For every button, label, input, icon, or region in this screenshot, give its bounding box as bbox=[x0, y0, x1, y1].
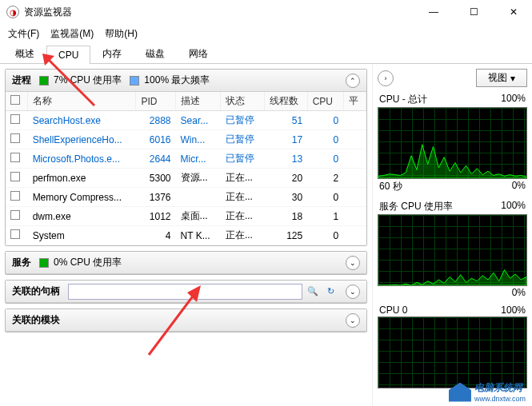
row-checkbox[interactable] bbox=[10, 153, 20, 162]
table-row[interactable]: Memory Compress...1376 正在...300 bbox=[6, 188, 366, 207]
handles-panel: 关联的句柄 🔍 ↻ ⌄ bbox=[5, 280, 367, 304]
services-title: 服务 bbox=[12, 256, 31, 269]
processes-panel: 进程 7% CPU 使用率 100% 最大频率 ⌃ 名称 PID 描述 状态 线… bbox=[5, 69, 367, 246]
minimize-button[interactable]: — bbox=[422, 6, 446, 18]
table-row[interactable]: ShellExperienceHo...6016Win... 已暂停170 bbox=[6, 130, 366, 149]
graph-block: 服务 CPU 使用率100% 0% bbox=[378, 199, 527, 299]
chevron-down-icon: ▾ bbox=[510, 73, 515, 84]
handles-search-input[interactable] bbox=[68, 284, 302, 300]
table-row[interactable]: Microsoft.Photos.e...2644Micr... 已暂停130 bbox=[6, 149, 366, 169]
handles-title: 关联的句柄 bbox=[12, 285, 60, 298]
graph-canvas bbox=[378, 316, 527, 388]
menu-monitor[interactable]: 监视器(M) bbox=[46, 26, 98, 42]
expand-modules-button[interactable]: ⌄ bbox=[346, 313, 360, 328]
graph-block: CPU - 总计100% 60 秒0% bbox=[378, 92, 527, 194]
processes-title: 进程 bbox=[12, 74, 31, 87]
window-title: 资源监视器 bbox=[24, 6, 422, 19]
modules-title: 关联的模块 bbox=[12, 313, 60, 327]
search-icon[interactable]: 🔍 bbox=[306, 285, 320, 299]
graph-block: CPU 0100% bbox=[378, 304, 527, 390]
graph-footer-left: 60 秒 bbox=[379, 180, 402, 193]
watermark-icon bbox=[449, 383, 471, 402]
modules-panel: 关联的模块 ⌄ bbox=[5, 308, 367, 332]
col-desc[interactable]: 描述 bbox=[176, 92, 221, 111]
row-checkbox[interactable] bbox=[10, 210, 20, 220]
table-row[interactable]: dwm.exe1012桌面... 正在...181 bbox=[6, 207, 366, 226]
tab-memory[interactable]: 内存 bbox=[90, 43, 134, 64]
refresh-icon[interactable]: ↻ bbox=[323, 285, 338, 299]
graph-title: CPU 0 bbox=[379, 304, 407, 316]
table-row[interactable]: SearchHost.exe2888Sear... 已暂停510 bbox=[6, 111, 366, 130]
nav-right-button[interactable]: › bbox=[378, 70, 394, 86]
col-avg[interactable]: 平 bbox=[343, 92, 366, 111]
cpu-usage-label: 7% CPU 使用率 bbox=[54, 74, 122, 87]
app-icon: ◑ bbox=[6, 6, 19, 18]
graph-footer-right: 0% bbox=[512, 180, 526, 193]
menubar: 文件(F) 监视器(M) 帮助(H) bbox=[0, 24, 532, 43]
services-swatch bbox=[39, 258, 49, 268]
graph-canvas bbox=[378, 214, 527, 286]
tab-network[interactable]: 网络 bbox=[177, 43, 220, 64]
col-pid[interactable]: PID bbox=[136, 92, 176, 111]
row-checkbox[interactable] bbox=[10, 191, 20, 201]
col-threads[interactable]: 线程数 bbox=[264, 92, 307, 111]
expand-services-button[interactable]: ⌄ bbox=[346, 256, 360, 270]
cpu-usage-swatch bbox=[39, 76, 49, 86]
collapse-processes-button[interactable]: ⌃ bbox=[346, 74, 360, 88]
table-row[interactable]: System4NT K... 正在...1250 bbox=[6, 226, 366, 245]
maximize-button[interactable]: ☐ bbox=[462, 6, 486, 18]
titlebar: ◑ 资源监视器 — ☐ ✕ bbox=[0, 0, 532, 24]
graph-title: CPU - 总计 bbox=[379, 93, 427, 106]
services-panel: 服务 0% CPU 使用率 ⌄ bbox=[5, 251, 367, 275]
processes-table: 名称 PID 描述 状态 线程数 CPU 平 SearchHost.exe288… bbox=[6, 92, 366, 245]
services-stat: 0% CPU 使用率 bbox=[54, 256, 122, 269]
max-freq-label: 100% 最大频率 bbox=[144, 74, 210, 87]
view-dropdown[interactable]: 视图▾ bbox=[476, 69, 527, 87]
tab-overview[interactable]: 概述 bbox=[3, 43, 46, 64]
graph-footer-right: 0% bbox=[512, 287, 526, 298]
watermark: 电脑系统网www.dnxtw.com bbox=[449, 381, 526, 403]
row-checkbox[interactable] bbox=[10, 114, 20, 124]
row-checkbox[interactable] bbox=[10, 229, 20, 239]
graph-max: 100% bbox=[501, 304, 526, 316]
tab-bar: 概述 CPU 内存 磁盘 网络 bbox=[0, 43, 532, 64]
col-cpu[interactable]: CPU bbox=[307, 92, 343, 111]
graph-max: 100% bbox=[501, 93, 526, 106]
col-check[interactable] bbox=[6, 92, 28, 111]
max-freq-swatch bbox=[130, 76, 139, 86]
graph-title: 服务 CPU 使用率 bbox=[379, 200, 453, 213]
row-checkbox[interactable] bbox=[10, 172, 20, 181]
row-checkbox[interactable] bbox=[10, 133, 20, 143]
col-name[interactable]: 名称 bbox=[28, 92, 136, 111]
graph-max: 100% bbox=[501, 200, 526, 213]
graph-canvas bbox=[378, 107, 527, 179]
close-button[interactable]: ✕ bbox=[502, 6, 526, 18]
table-row[interactable]: perfmon.exe5300资源... 正在...202 bbox=[6, 169, 366, 188]
col-status[interactable]: 状态 bbox=[221, 92, 264, 111]
expand-handles-button[interactable]: ⌄ bbox=[346, 285, 360, 299]
menu-help[interactable]: 帮助(H) bbox=[100, 26, 142, 42]
tab-cpu[interactable]: CPU bbox=[46, 46, 90, 64]
menu-file[interactable]: 文件(F) bbox=[3, 26, 44, 42]
tab-disk[interactable]: 磁盘 bbox=[134, 43, 177, 64]
